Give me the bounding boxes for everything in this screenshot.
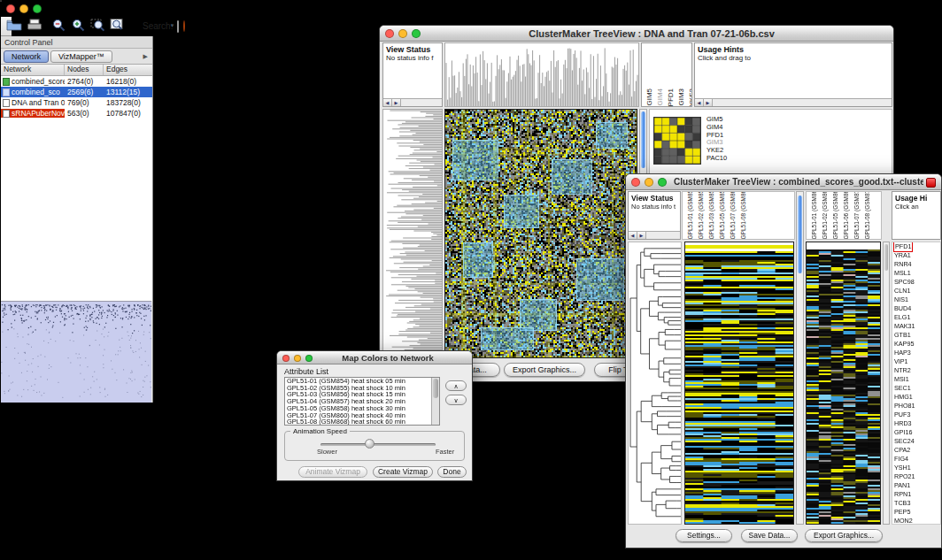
gene-label[interactable]: HMG1 bbox=[894, 393, 940, 402]
gene-label[interactable]: NIS1 bbox=[894, 295, 940, 304]
panel-scrollbar[interactable]: ◀▶ bbox=[383, 98, 442, 106]
zoom-selection-icon[interactable] bbox=[90, 18, 105, 35]
tab-network[interactable]: Network bbox=[4, 50, 49, 63]
scroll-left-icon[interactable]: ◀ bbox=[383, 99, 392, 106]
gene-label[interactable]: PUF3 bbox=[894, 410, 940, 419]
network-overview-thumbnail[interactable] bbox=[1, 301, 151, 403]
close-button[interactable] bbox=[631, 178, 640, 187]
minimize-button[interactable] bbox=[398, 29, 407, 38]
network-table-row[interactable]: sRNAPuberNov2563(0)107847(0) bbox=[1, 108, 152, 119]
gene-label[interactable]: FIG4 bbox=[894, 455, 940, 464]
zoom-button[interactable] bbox=[658, 178, 667, 187]
treeview-button[interactable]: Settings... bbox=[676, 529, 732, 542]
expression-heatmap-left[interactable] bbox=[685, 242, 793, 524]
gene-label[interactable]: YSH1 bbox=[894, 464, 940, 472]
scroll-right-icon[interactable]: ▶ bbox=[704, 99, 713, 106]
gene-label[interactable]: YRA1 bbox=[894, 251, 940, 260]
done-button[interactable]: Done bbox=[437, 466, 467, 478]
network-table-row[interactable]: combined_sco2569(6)13112(15) bbox=[1, 87, 152, 97]
speed-slider[interactable] bbox=[320, 443, 436, 446]
gene-label[interactable]: SEC24 bbox=[894, 437, 940, 446]
gene-label[interactable]: ELG1 bbox=[894, 313, 940, 322]
minimize-button[interactable] bbox=[19, 4, 28, 13]
row-dendrogram[interactable] bbox=[629, 242, 681, 524]
gene-label[interactable]: RPN1 bbox=[894, 490, 940, 499]
gene-label[interactable]: VIP1 bbox=[894, 357, 940, 366]
gene-label[interactable]: CPA2 bbox=[894, 446, 940, 455]
plugin-icon[interactable] bbox=[183, 20, 185, 32]
gene-label[interactable]: HRD3 bbox=[894, 419, 940, 428]
print-icon[interactable] bbox=[27, 19, 42, 35]
gene-label[interactable]: MSI1 bbox=[894, 375, 940, 384]
gene-label[interactable]: SPC98 bbox=[894, 278, 940, 287]
zoom-button[interactable] bbox=[412, 29, 421, 38]
close-button[interactable] bbox=[385, 29, 394, 38]
treeview-dna-titlebar[interactable]: ClusterMaker TreeView : DNA and Tran 07-… bbox=[380, 26, 893, 42]
zoom-out-icon[interactable] bbox=[51, 18, 66, 35]
treeview-button[interactable]: Save Data... bbox=[741, 529, 798, 542]
column-dendrogram[interactable] bbox=[445, 43, 638, 106]
scrollbar-thumb[interactable] bbox=[433, 379, 438, 398]
scrollbar-thumb[interactable] bbox=[798, 196, 802, 273]
close-button[interactable] bbox=[282, 355, 290, 362]
zoom-fit-icon[interactable] bbox=[110, 18, 125, 35]
gene-label[interactable]: HAP3 bbox=[894, 349, 940, 357]
vertical-scrollbar[interactable] bbox=[796, 191, 804, 525]
speed-slider-thumb[interactable] bbox=[365, 439, 374, 449]
zoom-button[interactable] bbox=[305, 355, 313, 362]
panel-scrollbar[interactable]: ◀▶ bbox=[629, 231, 680, 239]
gene-label[interactable]: CLN1 bbox=[894, 287, 940, 295]
expression-heatmap-right[interactable] bbox=[807, 242, 880, 524]
dialog-titlebar[interactable]: Map Colors to Network bbox=[277, 351, 472, 364]
treeview-button[interactable]: Export Graphics... bbox=[805, 529, 883, 542]
gene-label[interactable]: KAP95 bbox=[894, 340, 940, 349]
gene-label[interactable]: RPO21 bbox=[894, 472, 940, 481]
tab-vizmapper[interactable]: VizMapper™ bbox=[50, 50, 112, 63]
close-button[interactable] bbox=[6, 4, 15, 13]
gene-label[interactable]: SEC1 bbox=[894, 384, 940, 393]
gene-label[interactable]: MON2 bbox=[894, 517, 940, 525]
zoom-in-icon[interactable] bbox=[71, 18, 86, 35]
zoom-button[interactable] bbox=[33, 4, 42, 13]
row-dendrogram[interactable] bbox=[383, 110, 442, 357]
animate-vizmap-button: Animate Vizmap bbox=[298, 466, 367, 478]
gene-label[interactable]: GTB1 bbox=[894, 331, 940, 340]
open-folder-icon[interactable] bbox=[6, 19, 22, 35]
scrollbar-thumb[interactable] bbox=[884, 244, 888, 271]
minimize-button[interactable] bbox=[645, 178, 653, 187]
gene-label[interactable]: NTR2 bbox=[894, 366, 940, 375]
gene-label[interactable]: PEP5 bbox=[894, 508, 940, 517]
treeview-button[interactable]: Export Graphics... bbox=[504, 363, 585, 377]
scroll-right-icon[interactable]: ▶ bbox=[392, 99, 401, 106]
create-vizmap-button[interactable]: Create Vizmap bbox=[373, 466, 433, 478]
move-down-button[interactable]: ∨ bbox=[445, 395, 467, 405]
attribute-item[interactable]: GPL51-08 (GSM868) heat shock 60 min bbox=[285, 418, 439, 426]
gene-label[interactable]: PHO81 bbox=[894, 402, 940, 410]
attribute-list[interactable]: GPL51-01 (GSM854) heat shock 05 minGPL51… bbox=[284, 377, 440, 426]
gene-label[interactable]: MAK31 bbox=[894, 322, 940, 331]
network-table-row[interactable]: combined_scores2764(0)16218(0) bbox=[1, 76, 152, 87]
move-up-button[interactable]: ∧ bbox=[445, 380, 467, 391]
scroll-left-icon[interactable]: ◀ bbox=[695, 99, 704, 106]
minimize-button[interactable] bbox=[294, 355, 301, 362]
gene-label[interactable]: MSL1 bbox=[894, 269, 940, 278]
gene-label[interactable]: PFD1 bbox=[894, 242, 940, 251]
treeview-combined-titlebar[interactable]: ClusterMaker TreeView : combined_scores_… bbox=[626, 174, 941, 190]
scroll-left-icon[interactable]: ◀ bbox=[629, 232, 637, 239]
gene-label[interactable]: PAN1 bbox=[894, 481, 940, 490]
attribute-list-scrollbar[interactable] bbox=[431, 378, 439, 425]
search-input[interactable]: ▼ bbox=[177, 20, 179, 33]
panel-scrollbar[interactable]: ◀▶ bbox=[695, 98, 892, 106]
scrollbar-thumb[interactable] bbox=[641, 111, 645, 168]
tab-overflow-icon[interactable]: ▶ bbox=[143, 53, 150, 60]
scroll-right-icon[interactable]: ▶ bbox=[637, 232, 646, 239]
cluster-correlation-matrix[interactable] bbox=[653, 117, 701, 165]
gene-label[interactable]: BUD4 bbox=[894, 304, 940, 313]
gene-label[interactable]: GPI16 bbox=[894, 428, 940, 437]
vertical-scrollbar-right[interactable] bbox=[883, 242, 890, 525]
gene-label[interactable]: RNR4 bbox=[894, 260, 940, 269]
gene-label[interactable]: TCB3 bbox=[894, 499, 940, 508]
dropdown-arrow-icon[interactable]: ▼ bbox=[170, 23, 175, 28]
network-table-row[interactable]: DNA and Tran 07769(0)183728(0) bbox=[1, 97, 152, 108]
expression-heatmap[interactable] bbox=[445, 110, 637, 357]
